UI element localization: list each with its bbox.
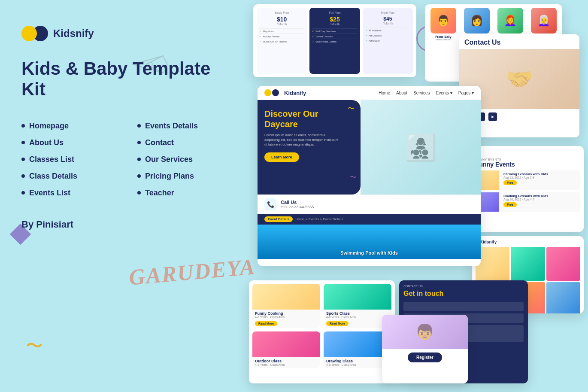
price-feat: ✓Admission: [365, 38, 410, 43]
event-item-btn-1[interactable]: Free: [503, 180, 517, 185]
class-info-2: Sports Class 4-6 Years · Class Area Read…: [324, 310, 391, 328]
price-feat: ✓Play Area: [259, 28, 304, 33]
classes-screenshot-card: Funny Cooking 4-6 Years · Class Area Rea…: [249, 280, 395, 383]
feature-label: Homepage: [29, 122, 69, 131]
events-card-inner: 〜 FUNNY EVENTS Funny Events Farming Less…: [472, 146, 584, 232]
pool-image: Swimming Pool with Kids: [258, 225, 481, 259]
event-item-2: Cooking Lessons with Kids Aug 26, 2022 ·…: [476, 192, 580, 212]
event-item-info-2: Cooking Lessons with Kids Aug 26, 2022 ·…: [502, 192, 550, 212]
price-basic-features: ✓Play Area ✓Activity Rooms ✓Music and Ar…: [259, 28, 304, 44]
feature-item-class-details: Class Details: [21, 172, 120, 181]
register-button[interactable]: Register: [408, 352, 442, 362]
events-title: Funny Events: [476, 161, 580, 168]
events-section-label: FUNNY EVENTS: [476, 158, 580, 161]
events-decoration: 〜: [476, 149, 580, 157]
price-full: Full Plan $25 / Month ✓Full Day Sessions…: [309, 8, 360, 74]
classes-row-1: Funny Cooking 4-6 Years · Class Area Rea…: [252, 284, 391, 328]
pricing-card-inner: Basic Plan $10 / Month ✓Play Area ✓Activ…: [253, 4, 416, 77]
brand-name: Kidsnify: [53, 27, 94, 40]
feature-item-about: About Us: [21, 138, 120, 147]
class-title-4: Drawing Class: [326, 359, 389, 363]
class-info-1: Funny Cooking 4-6 Years · Class Area Rea…: [252, 310, 320, 328]
feature-item-classes-list: Classes List: [21, 155, 120, 164]
author-line: By Pinisiart: [21, 219, 236, 230]
feature-label: Class Details: [29, 172, 77, 181]
teacher-avatar-1: 👨: [430, 8, 456, 33]
price-basic-label: Basic Plan: [259, 11, 304, 14]
event-item-meta-2: Aug 26, 2022 · Age 4-7: [503, 198, 548, 201]
class-meta-3: 4-6 Years · Class Area: [255, 363, 318, 366]
event-item-title-1: Farming Lessons with Kids: [503, 172, 548, 176]
hero-section: 〜 〜 Discover OurDaycare Lorem ipsum dolo…: [258, 100, 481, 194]
price-feat: ✓Full Day Sessions: [312, 28, 357, 33]
cf-input-name[interactable]: [403, 302, 524, 311]
nav-logo-dark: [272, 89, 279, 96]
class-btn-2[interactable]: Read More: [326, 321, 349, 326]
hero-cta-button[interactable]: Learn More: [264, 152, 299, 162]
nav-services[interactable]: Services: [413, 91, 430, 95]
pool-title: Swimming Pool with Kids: [340, 250, 398, 255]
teacher-avatar-3: 👩‍🦰: [497, 8, 523, 33]
feature-label: Our Services: [145, 155, 193, 164]
contact-header: Contact Us: [459, 34, 579, 49]
price-more-period: / Month: [365, 22, 410, 25]
nav-pages[interactable]: Pages ▾: [458, 91, 474, 95]
feature-label: About Us: [29, 138, 64, 147]
event-item-1: Farming Lessons with Kids Aug 22, 2022 ·…: [476, 170, 580, 190]
register-image: 👦: [382, 315, 468, 349]
contact-placeholder-icon: 🤝: [506, 67, 533, 91]
social-thumb-6: [546, 282, 580, 313]
cf-label: Contact Us: [403, 285, 524, 288]
nav-links: Home About Services Events ▾ Pages ▾: [379, 91, 474, 95]
doodle-airplane-icon: [129, 52, 172, 77]
nav-about[interactable]: About: [396, 91, 407, 95]
price-basic-amount: $10: [259, 16, 304, 23]
logo-circle-yellow: [21, 26, 37, 41]
class-img-3: [252, 331, 320, 357]
event-details-bar: Event Details Home > Events > Event Deta…: [258, 214, 481, 225]
bullet-icon: [137, 191, 141, 194]
bullet-icon: [21, 174, 25, 178]
svg-point-0: [148, 62, 152, 67]
hero-title: Discover OurDaycare: [264, 109, 342, 129]
class-title-1: Funny Cooking: [255, 311, 318, 316]
instagram-icon[interactable]: in: [488, 112, 497, 121]
classes-card-inner: Funny Cooking 4-6 Years · Class Area Rea…: [249, 280, 395, 383]
class-item-1: Funny Cooking 4-6 Years · Class Area Rea…: [252, 284, 320, 328]
class-meta-1: 4-6 Years · Class Area: [255, 316, 318, 319]
nav-logo: Kidsnify: [264, 89, 306, 96]
nav-events[interactable]: Events ▾: [436, 91, 452, 95]
feature-item-events-list: Events List: [21, 188, 120, 198]
bullet-icon: [21, 158, 25, 161]
events-screenshot-card: 〜 FUNNY EVENTS Funny Events Farming Less…: [472, 146, 584, 232]
teacher-avatar-4: 👩‍🦳: [531, 8, 557, 33]
nav-home[interactable]: Home: [379, 91, 390, 95]
price-feat: ✓Multimedia Centre: [312, 39, 357, 44]
event-badge: Event Details: [264, 216, 293, 222]
class-meta-4: 4-6 Years · Class Area: [326, 363, 389, 366]
feature-label: Contact: [145, 138, 174, 147]
class-title-2: Sports Class: [326, 311, 389, 316]
bullet-icon: [137, 158, 141, 161]
logo-area: Kidsnify: [21, 26, 236, 41]
event-item-title-2: Cooking Lessons with Kids: [503, 194, 548, 198]
feature-label: Events List: [29, 188, 70, 198]
hero-text: Discover OurDaycare Lorem ipsum dolor si…: [264, 109, 342, 162]
feature-item-homepage: Homepage: [21, 122, 120, 131]
register-card: 👦 Register: [382, 315, 468, 383]
class-meta-2: 4-6 Years · Class Area: [326, 316, 389, 319]
class-item-3: Outdoor Class 4-6 Years · Class Area: [252, 331, 320, 368]
teacher-role-1: Head Teacher: [435, 38, 451, 41]
price-full-label: Full Plan: [312, 11, 357, 14]
cf-title: Get in touch: [403, 289, 524, 298]
teacher-avatar-2: 👩: [464, 8, 490, 33]
feature-label: Events Details: [145, 122, 198, 131]
price-more-label: More Plan: [365, 11, 410, 14]
class-img-2: [324, 284, 391, 310]
event-item-btn-2[interactable]: Free: [503, 202, 517, 207]
class-btn-1[interactable]: Read More: [255, 321, 277, 326]
price-full-period: / Month: [312, 23, 357, 26]
feature-label: Classes List: [29, 155, 74, 164]
price-feat: ✓Activity Rooms: [259, 33, 304, 39]
class-info-4: Drawing Class 4-6 Years · Class Area: [324, 357, 391, 368]
